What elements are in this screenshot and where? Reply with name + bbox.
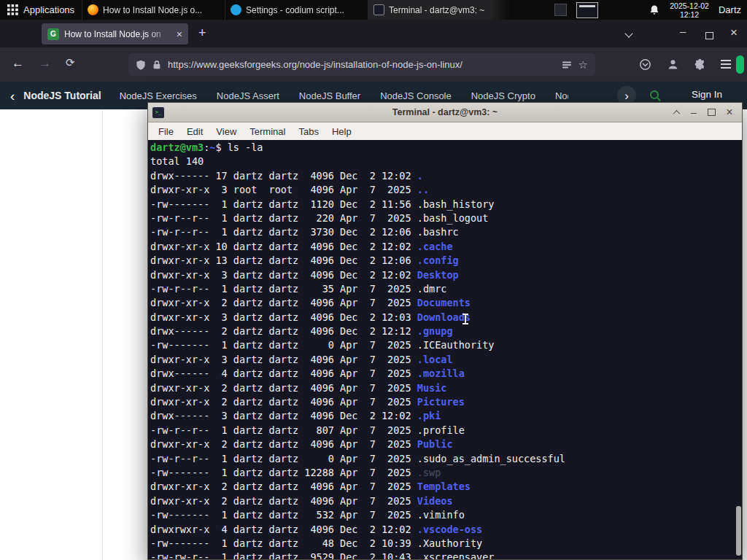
listing-prefix: drwxr-xr-x 13 dartz dartz 4096 Dec 2 12:…: [150, 254, 417, 266]
listing-name: .Xauthority: [417, 537, 482, 549]
browser-minimize-button[interactable]: –: [680, 25, 686, 37]
terminal-output-line: drwx------ 2 dartz dartz 4096 Dec 2 12:1…: [150, 324, 742, 338]
terminal-shade-button[interactable]: [669, 106, 684, 119]
listing-name: .bash_history: [417, 198, 495, 210]
clock-date: 2025-12-02: [670, 1, 709, 10]
listing-name: .xscreensaver: [417, 551, 495, 559]
panel-tray: 2025-12-02 12:12 Dartz: [554, 1, 747, 19]
listing-prefix: -rw-r--r-- 1 dartz dartz 35 Apr 7 2025: [150, 283, 417, 295]
tab-bar: G How to Install Node.js on × + – ×: [0, 20, 747, 47]
taskbar-window-button[interactable]: Terminal - dartz@vm3: ~: [368, 0, 511, 20]
back-button[interactable]: ←: [12, 56, 24, 71]
nav-link[interactable]: NodeJS DNS: [555, 90, 568, 101]
terminal-output-line: drwxr-xr-x 13 dartz dartz 4096 Dec 2 12:…: [150, 254, 742, 268]
terminal-menu-terminal[interactable]: Terminal: [243, 126, 292, 137]
reader-view-icon[interactable]: [562, 60, 572, 70]
listing-name: .vscode-oss: [417, 524, 482, 535]
forward-button[interactable]: →: [39, 56, 51, 71]
nav-scroll-left-icon[interactable]: ‹: [10, 89, 15, 103]
nav-link[interactable]: NodeJS Console: [380, 90, 452, 101]
search-icon[interactable]: [649, 90, 661, 101]
listing-prefix: -rw-r--r-- 1 dartz dartz 3730 Dec 2 12:0…: [150, 226, 417, 238]
tray-icon[interactable]: [554, 4, 567, 16]
taskbar-window-button[interactable]: How to Install Node.js o...: [82, 0, 225, 20]
listing-prefix: -rw-rw-r-- 1 dartz dartz 9529 Dec 2 10:4…: [150, 551, 417, 559]
terminal-output-line: -rw-r--r-- 1 dartz dartz 807 Apr 7 2025 …: [150, 424, 742, 438]
terminal-menubar: FileEditViewTerminalTabsHelp: [148, 122, 742, 141]
pocket-save-icon[interactable]: [639, 58, 651, 71]
nav-link-active[interactable]: NodeJS Tutorial: [23, 90, 101, 101]
applications-label: Applications: [23, 4, 74, 15]
https-lock-icon[interactable]: [152, 60, 161, 70]
tracking-protection-shield-icon[interactable]: [136, 60, 146, 70]
terminal-output-line: drwxr-xr-x 2 dartz dartz 4096 Apr 7 2025…: [150, 438, 742, 451]
terminal-output-line: drwxr-xr-x 3 dartz dartz 4096 Dec 2 12:0…: [150, 268, 742, 282]
menu-hamburger-icon[interactable]: [721, 63, 731, 65]
browser-tab[interactable]: G How to Install Node.js on ×: [42, 23, 188, 44]
listing-name: Desktop: [417, 269, 459, 281]
terminal-menu-tabs[interactable]: Tabs: [292, 126, 325, 137]
listing-prefix: -rw------- 1 dartz dartz 0 Apr 7 2025: [150, 339, 417, 351]
terminal-maximize-button[interactable]: [704, 106, 719, 119]
tray-terminal-icon[interactable]: [576, 2, 598, 18]
terminal-output-line: drwxr-xr-x 3 dartz dartz 4096 Dec 2 12:0…: [150, 311, 742, 324]
sidebar-divider: [102, 109, 103, 560]
terminal-output-line: total 140: [150, 155, 742, 168]
listing-name: Videos: [417, 495, 453, 507]
clock-time: 12:12: [670, 10, 709, 19]
taskbar-window-button[interactable]: Settings - codium script...: [225, 0, 368, 20]
nav-link[interactable]: NodeJS Exercises: [120, 90, 197, 101]
listing-prefix: drwxr-xr-x 2 dartz dartz 4096 Apr 7 2025: [150, 495, 417, 507]
terminal-output-line: -rw------- 1 dartz dartz 12288 Apr 7 202…: [150, 466, 742, 480]
account-icon[interactable]: [667, 58, 679, 71]
bookmark-star-icon[interactable]: ☆: [578, 58, 588, 71]
nav-link[interactable]: NodeJS Assert: [217, 90, 279, 101]
terminal-screen[interactable]: dartz@vm3:~$ ls -latotal 140drwx------ 1…: [148, 140, 742, 559]
codium-icon: [231, 4, 241, 15]
listing-prefix: drwxr-xr-x 2 dartz dartz 4096 Apr 7 2025: [150, 481, 417, 492]
terminal-menu-file[interactable]: File: [152, 126, 180, 137]
terminal-output-line: -rw-rw-r-- 1 dartz dartz 9529 Dec 2 10:4…: [150, 551, 742, 559]
terminal-menu-edit[interactable]: Edit: [180, 126, 209, 137]
url-bar[interactable]: https://www.geeksforgeeks.org/node-js/in…: [128, 53, 595, 76]
terminal-output-line: drwxr-xr-x 2 dartz dartz 4096 Apr 7 2025…: [150, 480, 742, 494]
sign-in-button[interactable]: Sign In: [692, 89, 722, 100]
terminal-minimize-button[interactable]: –: [686, 106, 701, 119]
url-text: https://www.geeksforgeeks.org/node-js/in…: [168, 59, 555, 70]
nav-link[interactable]: NodeJS Buffer: [299, 90, 360, 101]
terminal-prompt-line: dartz@vm3:~$ ls -la: [150, 141, 742, 155]
clock[interactable]: 2025-12-02 12:12: [670, 1, 709, 19]
listing-name: Music: [417, 382, 447, 394]
green-extension-indicator-icon[interactable]: [736, 55, 744, 74]
browser-maximize-button[interactable]: [705, 29, 713, 42]
listing-name: .mozilla: [417, 368, 465, 379]
terminal-scrollbar[interactable]: [735, 177, 742, 559]
nav-link[interactable]: NodeJS Crypto: [471, 90, 535, 101]
terminal-output-line: drwxrwxr-x 4 dartz dartz 4096 Dec 2 12:0…: [150, 523, 742, 537]
applications-menu-button[interactable]: Applications: [0, 0, 82, 20]
scrollbar-thumb[interactable]: [736, 506, 741, 556]
listing-name: Templates: [417, 481, 471, 492]
listing-name: .dmrc: [417, 283, 447, 295]
terminal-menu-help[interactable]: Help: [325, 126, 358, 137]
reload-button[interactable]: ⟳: [66, 56, 75, 69]
user-menu[interactable]: Dartz: [719, 4, 741, 15]
listing-prefix: drwxr-xr-x 3 dartz dartz 4096 Apr 7 2025: [150, 354, 417, 365]
listing-name: .pki: [417, 410, 441, 421]
new-tab-button[interactable]: +: [198, 26, 206, 41]
terminal-output-line: drwxr-xr-x 2 dartz dartz 4096 Apr 7 2025…: [150, 494, 742, 508]
terminal-output-line: drwxr-xr-x 2 dartz dartz 4096 Apr 7 2025…: [150, 395, 742, 409]
tab-close-icon[interactable]: ×: [177, 29, 182, 39]
taskbar: How to Install Node.js o...Settings - co…: [82, 0, 511, 20]
terminal-close-button[interactable]: ×: [722, 106, 737, 119]
tab-overflow-chevron-icon[interactable]: [626, 31, 632, 36]
extensions-icon[interactable]: [694, 58, 706, 71]
terminal-window: >_ Terminal - dartz@vm3: ~ – × FileEditV…: [147, 102, 743, 560]
notifications-bell-icon[interactable]: [649, 4, 660, 16]
terminal-output-line: drwx------ 17 dartz dartz 4096 Dec 2 12:…: [150, 169, 742, 183]
listing-prefix: -rw-r--r-- 1 dartz dartz 0 Apr 7 2025: [150, 453, 417, 464]
browser-close-button[interactable]: ×: [730, 26, 738, 40]
taskbar-window-title: How to Install Node.js o...: [103, 5, 202, 15]
terminal-menu-view[interactable]: View: [209, 126, 243, 137]
terminal-titlebar[interactable]: >_ Terminal - dartz@vm3: ~ – ×: [148, 103, 742, 122]
